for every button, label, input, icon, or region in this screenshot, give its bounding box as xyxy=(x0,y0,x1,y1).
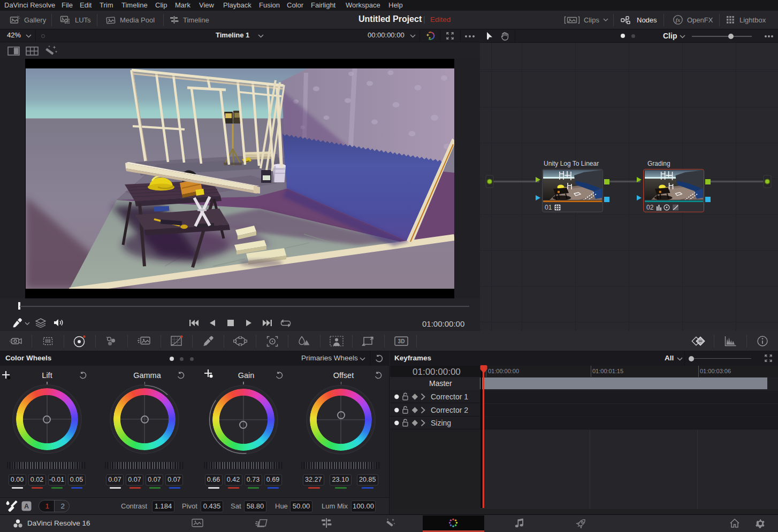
svg-text:A: A xyxy=(24,503,29,510)
svg-text:fx: fx xyxy=(676,17,680,23)
svg-text:3D: 3D xyxy=(398,338,405,344)
